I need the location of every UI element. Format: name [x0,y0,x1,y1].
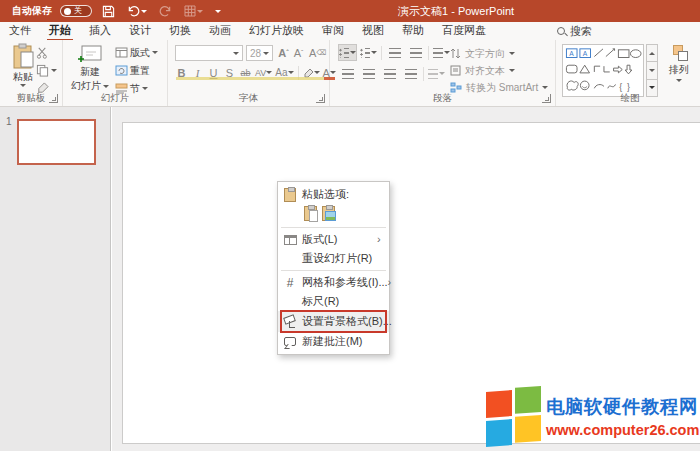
slide-thumbnail-panel[interactable]: 1 [0,107,111,451]
decrease-indent-button[interactable] [385,44,404,61]
copy-icon [36,64,49,77]
clipboard-dialog-launcher[interactable] [49,94,58,103]
tab-help[interactable]: 帮助 [393,22,433,41]
redo-icon [159,5,172,17]
increase-indent-button[interactable] [406,44,425,61]
tab-baidu-netdisk[interactable]: 百度网盘 [433,22,495,41]
redo-button[interactable] [157,2,174,20]
tab-design[interactable]: 设计 [120,22,160,41]
tab-home[interactable]: 开始 [40,22,80,41]
shrink-font-button[interactable]: Aˇ [292,45,305,60]
font-size-value: 28 [250,48,261,59]
undo-dropdown-icon [141,10,147,13]
paragraph-dialog-launcher[interactable] [542,94,551,103]
columns-dropdown-icon [439,72,445,75]
paste-as-picture-button[interactable] [322,206,335,221]
menu-separator [281,270,386,271]
cut-button[interactable] [36,45,57,60]
tab-view[interactable]: 视图 [353,22,393,41]
tab-review[interactable]: 审阅 [313,22,353,41]
search-input[interactable]: 搜索 [557,24,592,39]
justify-button[interactable] [401,65,420,82]
shapes-gallery[interactable]: A A { } [562,44,644,97]
paragraph-text-column: 文字方向 对齐文本 转换为 SmartArt [450,46,548,95]
menu-item-grid-guides[interactable]: 网格和参考线(I)... [278,273,389,292]
arrange-button[interactable]: 排列 [664,45,694,101]
dropdown-icon [197,10,203,13]
align-left-button[interactable] [338,65,357,82]
divider [381,46,382,60]
tab-animations[interactable]: 动画 [200,22,240,41]
menu-item-reset-slide-label: 重设幻灯片(R) [302,251,389,266]
autosave-label: 自动保存 [12,4,52,18]
font-size-select[interactable]: 28 [246,45,273,61]
group-label-drawing: 绘图 [600,92,660,105]
undo-button[interactable] [125,2,149,20]
clear-formatting-icon: A [309,47,316,59]
slide-thumbnail[interactable] [17,119,96,165]
layout-dropdown-icon [152,51,158,54]
text-direction-button[interactable]: 文字方向 [450,46,548,61]
copy-dropdown-icon [51,69,57,72]
qat-customize-button[interactable] [213,2,223,20]
menu-item-reset-slide[interactable]: 重设幻灯片(R) [278,249,389,268]
group-clipboard: 粘贴 剪贴板 [0,40,63,106]
menu-item-format-background[interactable]: 设置背景格式(B)... [278,311,389,332]
more-shapes-icon [649,86,655,89]
reset-button[interactable]: 重置 [115,63,158,78]
menu-item-ruler[interactable]: 标尺(R) [278,292,389,311]
menu-item-format-background-label: 设置背景格式(B)... [302,314,392,329]
tab-transitions[interactable]: 切换 [160,22,200,41]
scroll-down-icon [649,69,655,72]
shapes-gallery-scroll [646,44,658,97]
font-buttons-row: B I U S ab AV Aa A [175,65,336,80]
paste-dropdown-icon [20,84,26,87]
new-slide-dropdown-icon [103,85,109,88]
arrange-icon [671,45,688,61]
align-text-button[interactable]: 对齐文本 [450,63,548,78]
menu-item-new-comment[interactable]: 新建批注(M) [278,332,389,351]
paste-label: 粘贴 [13,70,33,84]
new-slide-icon [77,43,103,65]
save-button[interactable] [100,2,117,20]
highlight-color-button[interactable] [303,65,320,80]
align-right-button[interactable] [380,65,399,82]
bullets-button[interactable] [338,44,357,61]
font-name-select[interactable] [175,45,243,61]
layout-button[interactable]: 版式 [115,45,158,60]
text-direction-dropdown-icon [509,52,515,55]
highlight-dropdown-icon [314,71,320,74]
autosave-toggle[interactable]: 关 [60,5,92,17]
line-spacing-button[interactable] [432,44,451,61]
shapes-scroll-up-button[interactable] [646,44,658,62]
grid-icon [184,5,196,17]
smartart-dropdown-icon [542,86,548,89]
tab-insert[interactable]: 插入 [80,22,120,41]
layout-icon [284,235,297,245]
tab-file[interactable]: 文件 [0,22,40,41]
divider [428,46,429,60]
columns-icon [428,69,438,79]
grow-font-button[interactable]: Aˆ [277,45,290,60]
menu-item-new-comment-label: 新建批注(M) [302,334,389,349]
align-center-button[interactable] [359,65,378,82]
undo-icon [127,5,140,17]
shapes-scroll-down-button[interactable] [646,62,658,79]
menu-item-layout[interactable]: 版式(L) [278,230,389,249]
font-dialog-launcher[interactable] [316,94,325,103]
paste-use-theme-button[interactable] [304,206,317,221]
svg-text:}: } [627,82,630,92]
numbering-button[interactable] [359,44,378,61]
columns-button[interactable] [427,65,446,82]
arrange-dropdown-icon [676,79,682,82]
tab-slideshow[interactable]: 幻灯片放映 [240,22,313,41]
title-bar: 自动保存 关 演示文稿1 - PowerPoint [0,0,700,22]
paste-options-header: 粘贴选项: [278,185,389,204]
slides-mini-buttons: 版式 重置 节 [115,45,158,96]
bullets-icon [339,48,349,58]
group-label-font: 字体 [168,92,329,105]
copy-button[interactable] [36,63,57,78]
group-slides: 新建 幻灯片 版式 重置 节 幻灯片 [63,40,168,106]
touch-mode-button[interactable] [182,2,205,20]
clear-formatting-button[interactable]: A⌫ [309,45,326,60]
